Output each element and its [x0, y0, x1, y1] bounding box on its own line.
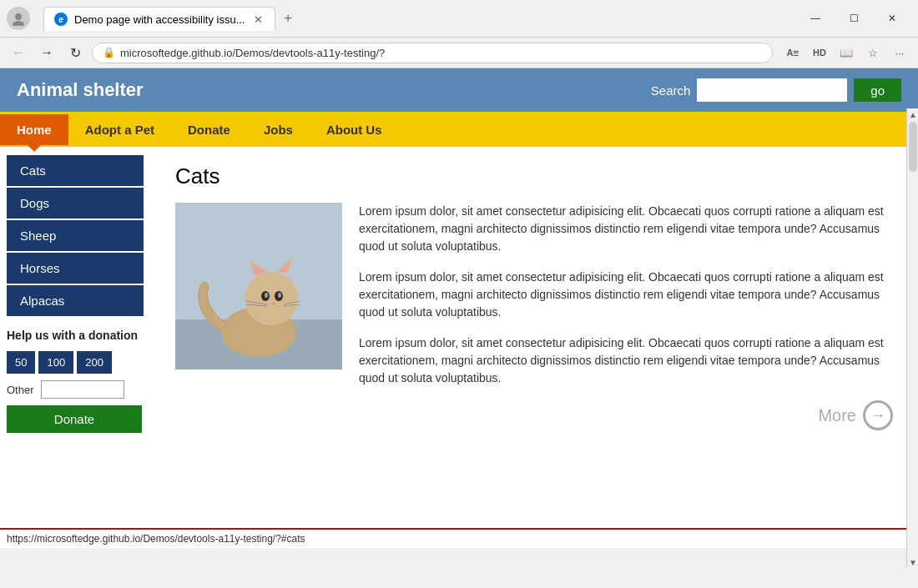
- donation-section: Help us with a donation 50 100 200 Other…: [0, 318, 150, 443]
- immersive-reader-button[interactable]: 📖: [835, 41, 858, 64]
- donation-title: Help us with a donation: [7, 328, 144, 343]
- amount-100-button[interactable]: 100: [38, 351, 73, 374]
- security-lock-icon: 🔒: [103, 47, 115, 58]
- minimize-button[interactable]: —: [796, 5, 835, 32]
- more-icon: ···: [895, 47, 905, 59]
- site-header: Animal shelter Search go: [0, 68, 918, 112]
- tab-title: Demo page with accessibility issu...: [74, 13, 245, 26]
- paragraph-3: Lorem ipsum dolor, sit amet consectetur …: [359, 334, 893, 387]
- text-paragraphs: Lorem ipsum dolor, sit amet consectetur …: [359, 203, 893, 430]
- search-label: Search: [651, 83, 691, 98]
- more-link[interactable]: More →: [359, 400, 893, 430]
- scroll-thumb[interactable]: [909, 122, 917, 172]
- nav-item-adopt[interactable]: Adopt a Pet: [68, 114, 171, 145]
- scroll-down-arrow[interactable]: ▼: [907, 556, 918, 568]
- hd-icon: HD: [813, 48, 826, 58]
- back-button[interactable]: ←: [7, 41, 30, 64]
- sidebar-item-horses[interactable]: Horses: [7, 253, 144, 284]
- close-button[interactable]: ✕: [873, 5, 911, 32]
- profile-icon[interactable]: [7, 7, 30, 30]
- maximize-button[interactable]: ☐: [835, 5, 873, 32]
- search-area: Search go: [651, 78, 901, 102]
- nav-item-about[interactable]: About Us: [310, 114, 399, 145]
- favorites-button[interactable]: ☆: [861, 41, 885, 64]
- content-body: Lorem ipsum dolor, sit amet consectetur …: [175, 203, 893, 430]
- sidebar-item-cats[interactable]: Cats: [7, 155, 144, 186]
- svg-point-13: [278, 293, 281, 298]
- search-input[interactable]: [697, 78, 847, 102]
- content-title: Cats: [175, 163, 893, 189]
- read-aloud-icon: A☰: [787, 48, 799, 58]
- forward-button[interactable]: →: [35, 41, 58, 64]
- svg-point-5: [245, 272, 298, 325]
- status-url: https://microsoftedge.github.io/Demos/de…: [7, 533, 305, 545]
- other-label: Other: [7, 384, 34, 396]
- read-aloud-button[interactable]: A☰: [781, 41, 805, 64]
- paragraph-2: Lorem ipsum dolor, sit amet consectetur …: [359, 269, 893, 321]
- refresh-button[interactable]: ↻: [63, 41, 87, 64]
- other-amount-row: Other: [7, 380, 144, 399]
- svg-point-12: [265, 293, 268, 298]
- amount-200-button[interactable]: 200: [77, 351, 112, 374]
- svg-point-1: [13, 21, 24, 26]
- search-button[interactable]: go: [854, 78, 901, 102]
- more-menu-button[interactable]: ···: [888, 41, 911, 64]
- status-bar: https://microsoftedge.github.io/Demos/de…: [0, 528, 918, 548]
- new-tab-button[interactable]: +: [275, 6, 300, 31]
- scrollbar-track[interactable]: ▲ ▼: [906, 108, 918, 568]
- sidebar-item-alpacas[interactable]: Alpacas: [7, 285, 144, 316]
- content-area: Cats: [150, 147, 918, 525]
- nav-item-donate[interactable]: Donate: [171, 114, 247, 145]
- immersive-icon: 📖: [840, 47, 853, 59]
- tab-favicon: [54, 13, 68, 26]
- address-bar[interactable]: 🔒 microsoftedge.github.io/Demos/devtools…: [92, 43, 773, 63]
- donate-button[interactable]: Donate: [7, 405, 142, 433]
- tab-close-button[interactable]: ✕: [251, 13, 265, 26]
- nav-item-home[interactable]: Home: [0, 114, 68, 145]
- webpage-content: Animal shelter Search go Home Adopt a Pe…: [0, 68, 918, 528]
- svg-point-0: [15, 13, 22, 20]
- nav-item-jobs[interactable]: Jobs: [247, 114, 310, 145]
- browser-tab[interactable]: Demo page with accessibility issu... ✕: [43, 7, 275, 31]
- url-text: microsoftedge.github.io/Demos/devtools-a…: [120, 47, 762, 59]
- hd-button[interactable]: HD: [808, 41, 831, 64]
- site-navigation: Home Adopt a Pet Donate Jobs About Us: [0, 112, 918, 147]
- paragraph-1: Lorem ipsum dolor, sit amet consectetur …: [359, 203, 893, 255]
- site-title: Animal shelter: [17, 79, 651, 101]
- favorites-icon: ☆: [868, 47, 878, 59]
- scroll-up-arrow[interactable]: ▲: [907, 108, 918, 120]
- other-amount-input[interactable]: [41, 380, 124, 399]
- donation-amounts: 50 100 200: [7, 351, 144, 374]
- amount-50-button[interactable]: 50: [7, 351, 35, 374]
- sidebar-item-sheep[interactable]: Sheep: [7, 220, 144, 251]
- sidebar-item-dogs[interactable]: Dogs: [7, 188, 144, 219]
- sidebar: Cats Dogs Sheep Horses Alpacas Help us w…: [0, 147, 150, 525]
- main-content: Cats Dogs Sheep Horses Alpacas Help us w…: [0, 147, 918, 525]
- more-arrow-icon: →: [863, 400, 893, 430]
- more-label: More: [818, 406, 856, 425]
- cat-image: [175, 203, 342, 369]
